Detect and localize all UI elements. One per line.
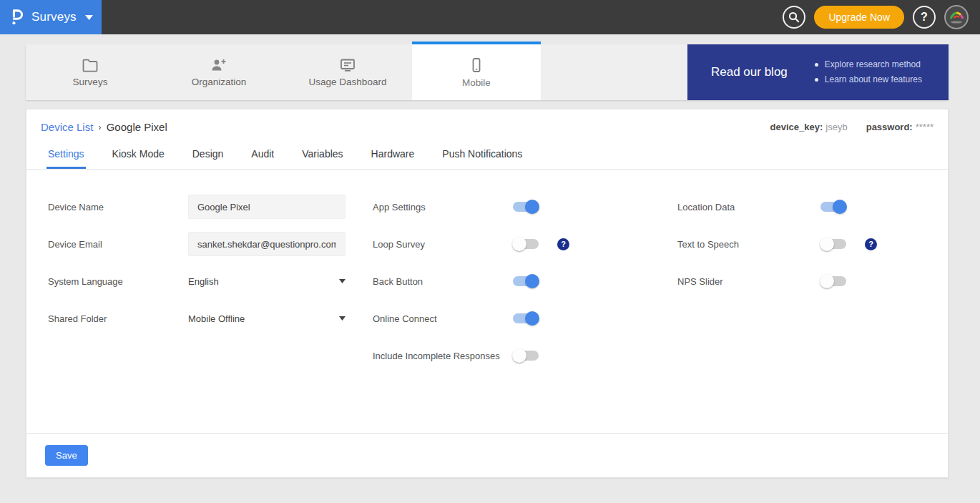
device-key-label: device_key:: [770, 122, 823, 132]
module-tab-mobile[interactable]: Mobile: [412, 44, 541, 100]
toggle-knob: [525, 311, 539, 326]
include-incomplete-responses-toggle[interactable]: [513, 351, 539, 361]
app-settings-row: App Settings ?: [373, 188, 582, 225]
loop-survey-label: Loop Survey: [373, 239, 513, 250]
module-tab-surveys[interactable]: Surveys: [26, 44, 155, 100]
back-button-label: Back Button: [373, 276, 513, 287]
nps-slider-toggle[interactable]: [820, 276, 846, 286]
device-fields-column: Device Name Device Email System Language…: [48, 188, 346, 433]
module-tab-label: Usage Dashboard: [309, 77, 387, 87]
shared-folder-label: Shared Folder: [48, 313, 188, 324]
product-label: Surveys: [31, 10, 77, 24]
tab-push-notifications[interactable]: Push Notifications: [441, 142, 524, 169]
device-settings-card: Device List › Google Pixel device_key:js…: [26, 109, 949, 478]
online-connect-label: Online Connect: [373, 313, 513, 324]
search-button[interactable]: [783, 6, 805, 29]
toggle-knob: [820, 237, 834, 251]
toggle-knob: [525, 200, 539, 214]
help-icon[interactable]: ?: [865, 238, 877, 250]
breadcrumb-separator: ›: [98, 122, 101, 132]
system-language-row: System Language English: [48, 263, 346, 300]
feature-toggles-column: Location Data ? Text to Speech ? NPS Sli…: [677, 188, 877, 433]
help-icon[interactable]: ?: [557, 238, 569, 250]
system-language-select[interactable]: English: [188, 276, 346, 287]
back-button-row: Back Button ?: [373, 263, 582, 300]
mobile-icon: [468, 57, 485, 73]
online-connect-row: Online Connect ?: [373, 300, 582, 337]
shared-folder-row: Shared Folder Mobile Offline: [48, 300, 346, 337]
module-tab-organization[interactable]: Organization: [155, 44, 283, 100]
module-tabs: Surveys Organization Usage Dashboard Mob…: [26, 44, 687, 100]
module-tab-label: Mobile: [462, 77, 491, 88]
password-label: password:: [866, 122, 913, 132]
save-button[interactable]: Save: [45, 445, 88, 466]
blog-bullet: Learn about new features: [815, 72, 922, 87]
app-toggles-column: App Settings ? Loop Survey ? Back Button…: [373, 188, 582, 433]
help-button[interactable]: ?: [913, 6, 936, 29]
blog-bullet-list: Explore research method Learn about new …: [815, 57, 922, 87]
loop-survey-row: Loop Survey ?: [373, 225, 582, 263]
device-name-label: Device Name: [48, 202, 188, 213]
shared-folder-select[interactable]: Mobile Offline: [188, 313, 346, 324]
device-name-row: Device Name: [48, 188, 346, 225]
breadcrumb-current: Google Pixel: [107, 121, 167, 133]
device-key-value: jseyb: [825, 122, 847, 132]
system-language-label: System Language: [48, 276, 188, 287]
device-name-input[interactable]: [188, 195, 346, 219]
folder-icon: [82, 58, 99, 72]
app-settings-toggle[interactable]: [513, 202, 539, 212]
breadcrumb-device-list-link[interactable]: Device List: [41, 121, 93, 133]
upgrade-now-button[interactable]: Upgrade Now: [814, 6, 904, 29]
module-tab-label: Organization: [192, 77, 247, 87]
location-data-toggle[interactable]: [820, 202, 846, 212]
search-icon: [788, 11, 800, 23]
avatar-logo-icon: [948, 9, 965, 25]
product-switcher[interactable]: Surveys: [0, 0, 102, 34]
tab-variables[interactable]: Variables: [300, 142, 344, 169]
tab-kiosk-mode[interactable]: Kiosk Mode: [111, 142, 166, 169]
loop-survey-toggle[interactable]: [513, 239, 539, 249]
device-email-row: Device Email: [48, 225, 346, 263]
app-settings-label: App Settings: [373, 202, 513, 213]
shared-folder-value: Mobile Offline: [188, 313, 245, 324]
card-footer: Save: [26, 433, 948, 477]
tab-settings[interactable]: Settings: [46, 142, 86, 169]
tab-audit[interactable]: Audit: [250, 142, 275, 169]
blog-bullet: Explore research method: [815, 57, 922, 72]
tab-hardware[interactable]: Hardware: [370, 142, 416, 169]
text-to-speech-row: Text to Speech ?: [677, 225, 877, 263]
toggle-knob: [525, 274, 539, 288]
tab-design[interactable]: Design: [191, 142, 225, 169]
online-connect-toggle[interactable]: [513, 313, 539, 323]
text-to-speech-label: Text to Speech: [677, 239, 820, 250]
back-button-toggle[interactable]: [513, 276, 539, 286]
chevron-down-icon: [85, 15, 93, 20]
toggle-knob: [833, 200, 847, 214]
avatar[interactable]: [944, 5, 969, 29]
topbar: Surveys Upgrade Now ?: [0, 0, 980, 34]
read-our-blog-banner[interactable]: Read our blog Explore research method Le…: [687, 44, 949, 100]
topbar-actions: Upgrade Now ?: [783, 5, 980, 29]
device-email-input[interactable]: [188, 232, 346, 256]
add-user-icon: [210, 58, 227, 72]
card-header: Device List › Google Pixel device_key:js…: [26, 109, 948, 142]
include-incomplete-responses-row: Include Incomplete Responses ?: [373, 337, 582, 374]
settings-form: Device Name Device Email System Language…: [26, 170, 948, 433]
settings-tab-strip: Settings Kiosk Mode Design Audit Variabl…: [26, 142, 948, 170]
blog-title: Read our blog: [711, 65, 788, 79]
nps-slider-row: NPS Slider ?: [677, 263, 877, 300]
module-tab-label: Surveys: [73, 77, 108, 87]
device-password: password:*****: [866, 122, 934, 132]
device-email-label: Device Email: [48, 239, 188, 250]
text-to-speech-toggle[interactable]: [820, 239, 846, 249]
module-tab-usage-dashboard[interactable]: Usage Dashboard: [283, 44, 412, 100]
location-data-label: Location Data: [677, 202, 820, 213]
module-nav: Surveys Organization Usage Dashboard Mob…: [26, 44, 949, 100]
question-mark-icon: ?: [921, 11, 928, 24]
toggle-knob: [512, 348, 526, 363]
password-value: *****: [916, 122, 934, 132]
system-language-value: English: [188, 276, 219, 287]
chevron-down-icon: [339, 316, 346, 321]
location-data-row: Location Data ?: [677, 188, 877, 225]
device-key: device_key:jseyb: [770, 122, 848, 132]
